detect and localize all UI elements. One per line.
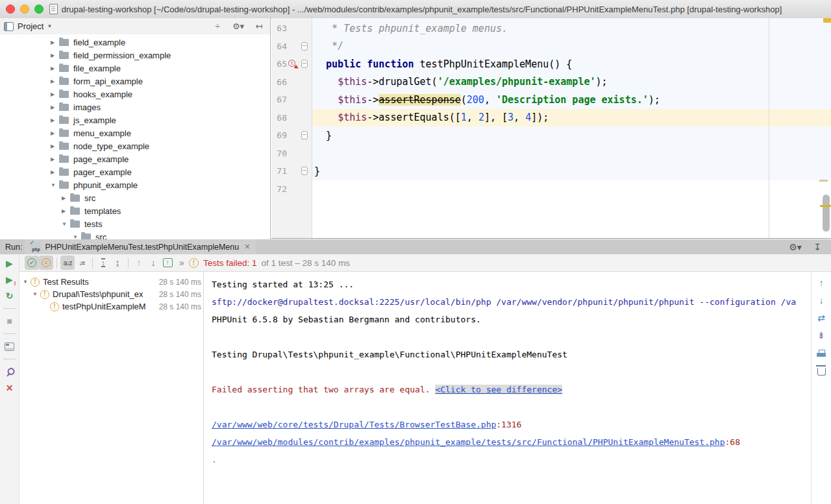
test-failed-gutter-icon[interactable]: !▶ xyxy=(288,60,297,69)
project-panel-title[interactable]: Project xyxy=(18,21,43,31)
zoom-window-button[interactable] xyxy=(34,5,43,14)
tree-collapsed-arrow-icon[interactable]: ▶ xyxy=(51,91,59,97)
tree-item[interactable]: ▶node_type_example xyxy=(0,139,269,152)
code-line[interactable] xyxy=(312,180,831,198)
test-tree-item[interactable]: !testPhpUnitExampleM28 s 140 ms xyxy=(20,300,203,313)
editor-scrollbar-thumb[interactable] xyxy=(823,195,830,232)
settings-gear-icon[interactable]: ⚙▾ xyxy=(231,19,245,34)
console-link[interactable]: /var/www/web/core/tests/Drupal/Tests/Bro… xyxy=(212,420,496,429)
tree-item[interactable]: ▶page_example xyxy=(0,152,269,165)
code-line[interactable]: $this->drupalGet('/examples/phpunit-exam… xyxy=(312,73,831,91)
editor-code-area[interactable]: * Tests phpunit_example menus. */ public… xyxy=(312,18,831,238)
rerun-button[interactable]: ▶ xyxy=(3,256,17,270)
pin-tab-button[interactable] xyxy=(3,365,17,379)
tree-item[interactable]: ▶images xyxy=(0,101,269,114)
sort-alphabetically-button[interactable]: a↓z xyxy=(60,256,75,270)
clear-all-button[interactable] xyxy=(814,363,828,378)
collapse-all-button[interactable]: ↨ xyxy=(110,256,125,270)
chevron-down-icon[interactable]: ▼ xyxy=(47,23,52,29)
tree-collapsed-arrow-icon[interactable]: ▶ xyxy=(51,117,59,123)
tree-item[interactable]: ▼src xyxy=(0,230,269,239)
export-test-results-button[interactable]: ↑ xyxy=(160,256,175,270)
tree-item[interactable]: ▶file_example xyxy=(0,62,269,75)
scroll-from-source-icon[interactable]: ÷ xyxy=(210,19,225,34)
rerun-failed-tests-button[interactable]: ▶! xyxy=(3,272,17,287)
code-line[interactable]: } xyxy=(312,126,831,145)
tree-item[interactable]: ▶form_api_example xyxy=(0,75,269,88)
project-header-actions: ÷⚙▾↤ xyxy=(210,19,266,34)
close-window-button[interactable] xyxy=(6,5,15,14)
code-line[interactable]: $this->assertEquals([1, 2], [3, 4]); xyxy=(312,109,831,127)
inspection-indicator[interactable] xyxy=(823,18,831,23)
fold-marker-icon[interactable] xyxy=(301,167,308,175)
tree-collapsed-arrow-icon[interactable]: ▶ xyxy=(51,78,59,84)
minimize-window-button[interactable] xyxy=(20,5,29,14)
close-run-panel-button[interactable]: ✕ xyxy=(3,381,17,395)
tree-expanded-arrow-icon[interactable]: ▼ xyxy=(62,221,70,227)
tree-item[interactable]: ▶src xyxy=(0,191,269,204)
expand-all-button[interactable]: ↕ xyxy=(96,256,110,270)
tree-expanded-arrow-icon[interactable]: ▼ xyxy=(23,279,31,285)
restore-layout-button[interactable] xyxy=(3,339,17,354)
run-tab[interactable]: ✓ php PHPUnitExampleMenuTest.testPhpUnit… xyxy=(25,239,256,254)
tree-collapsed-arrow-icon[interactable]: ▶ xyxy=(51,104,59,110)
tree-collapsed-arrow-icon[interactable]: ▶ xyxy=(62,208,70,214)
tree-collapsed-arrow-icon[interactable]: ▶ xyxy=(51,66,59,71)
stripe-mark-caret[interactable] xyxy=(820,205,831,207)
code-segment: testPhpUnitExampleMenu() { xyxy=(414,58,573,70)
fold-marker-icon[interactable] xyxy=(301,131,308,139)
tree-item[interactable]: ▼phpunit_example xyxy=(0,178,269,191)
show-passed-button[interactable]: ✓ xyxy=(25,256,39,270)
tree-item[interactable]: ▶field_example xyxy=(0,36,269,49)
tree-expanded-arrow-icon[interactable]: ▼ xyxy=(73,234,81,240)
code-line[interactable]: } xyxy=(312,162,831,180)
folder-icon xyxy=(59,91,69,98)
tree-item[interactable]: ▶field_permission_example xyxy=(0,49,269,62)
tree-item[interactable]: ▶hooks_example xyxy=(0,88,269,101)
sort-by-duration-button[interactable]: ↓≡ xyxy=(75,256,89,270)
prev-occurrence-button[interactable]: ↑ xyxy=(814,276,828,290)
code-lines: * Tests phpunit_example menus. */ public… xyxy=(312,19,831,198)
toggle-auto-test-button[interactable]: ↻ xyxy=(3,289,17,303)
tree-collapsed-arrow-icon[interactable]: ▶ xyxy=(62,195,70,201)
stop-button[interactable]: ■ xyxy=(3,314,17,328)
hide-panel-icon[interactable]: ↤ xyxy=(252,19,266,34)
close-tab-icon[interactable]: ✕ xyxy=(244,243,250,251)
show-ignored-button[interactable]: ≡ xyxy=(39,256,53,270)
tree-collapsed-arrow-icon[interactable]: ▶ xyxy=(51,130,59,136)
tree-collapsed-arrow-icon[interactable]: ▶ xyxy=(51,40,59,45)
stripe-mark-warning[interactable] xyxy=(819,180,828,182)
console-link[interactable]: <Click to see difference> xyxy=(435,385,562,394)
next-occurrence-button[interactable]: ↓ xyxy=(814,293,828,307)
run-settings-gear-icon[interactable]: ⚙▾ xyxy=(788,240,802,254)
code-line[interactable] xyxy=(312,145,831,163)
tree-collapsed-arrow-icon[interactable]: ▶ xyxy=(51,169,59,175)
tree-item[interactable]: ▶menu_example xyxy=(0,126,269,139)
tree-item[interactable]: ▼tests xyxy=(0,217,269,230)
tree-expanded-arrow-icon[interactable]: ▼ xyxy=(51,182,59,188)
test-tree-item[interactable]: ▼!Drupal\Tests\phpunit_ex28 s 140 ms xyxy=(20,288,203,300)
more-toolbar-chevron[interactable]: » xyxy=(175,256,189,270)
tree-collapsed-arrow-icon[interactable]: ▶ xyxy=(51,156,59,162)
next-failed-test-button[interactable]: ↓ xyxy=(146,256,160,270)
previous-failed-test-button[interactable]: ↑ xyxy=(132,256,146,270)
code-editor[interactable]: 636465!▶66676869707172 * Tests phpunit_e… xyxy=(271,18,831,239)
code-line[interactable]: $this->assertResponse(200, 'Description … xyxy=(312,91,831,109)
code-line[interactable]: */ xyxy=(312,38,831,56)
code-line[interactable]: public function testPhpUnitExampleMenu()… xyxy=(312,55,831,73)
fold-marker-icon[interactable] xyxy=(301,42,308,51)
tree-item[interactable]: ▶pager_example xyxy=(0,165,269,178)
tree-collapsed-arrow-icon[interactable]: ▶ xyxy=(51,143,59,149)
fold-marker-icon[interactable] xyxy=(301,60,308,68)
console-link[interactable]: /var/www/web/modules/contrib/examples/ph… xyxy=(212,437,725,447)
scroll-to-end-button[interactable]: ⇟ xyxy=(814,328,828,342)
hide-run-panel-icon[interactable]: ↧ xyxy=(810,240,825,254)
test-tree-item[interactable]: ▼!Test Results28 s 140 ms xyxy=(20,276,203,288)
code-line[interactable]: * Tests phpunit_example menus. xyxy=(312,19,831,38)
tree-collapsed-arrow-icon[interactable]: ▶ xyxy=(51,53,59,58)
tree-item[interactable]: ▶js_example xyxy=(0,114,269,126)
print-button[interactable] xyxy=(814,346,828,360)
tree-item[interactable]: ▶templates xyxy=(0,204,269,217)
soft-wrap-button[interactable]: ⇄ xyxy=(814,311,828,325)
tree-expanded-arrow-icon[interactable]: ▼ xyxy=(32,291,40,297)
